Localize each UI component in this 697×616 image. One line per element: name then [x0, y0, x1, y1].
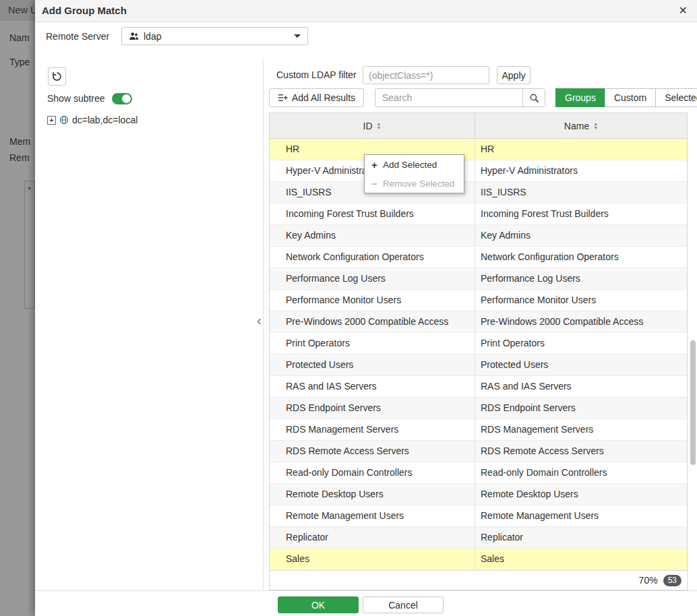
- cancel-button[interactable]: Cancel: [363, 596, 444, 613]
- row-id-cell[interactable]: Sales: [270, 549, 475, 569]
- table-row[interactable]: Network Configuration OperatorsNetwork C…: [270, 247, 687, 268]
- add-group-match-dialog: Add Group Match ✕ Remote Server ldap: [35, 0, 697, 616]
- table-row[interactable]: RAS and IAS ServersRAS and IAS Servers: [270, 376, 687, 398]
- table-header: ID ▲▼ Name ▲▼: [269, 113, 688, 139]
- refresh-button[interactable]: [48, 67, 66, 86]
- row-name-cell[interactable]: RDS Management Servers: [475, 419, 687, 440]
- row-id-cell[interactable]: RDS Endpoint Servers: [270, 398, 475, 419]
- table-footer: 70% 53: [269, 570, 688, 590]
- table-row[interactable]: IIS_IUSRSIIS_IUSRS: [270, 182, 687, 204]
- add-all-results-label: Add All Results: [292, 92, 355, 103]
- row-name-cell[interactable]: Performance Log Users: [475, 268, 687, 289]
- row-id-cell[interactable]: Key Admins: [270, 225, 475, 246]
- row-name-cell[interactable]: Replicator: [475, 527, 687, 548]
- close-icon[interactable]: ✕: [679, 4, 688, 18]
- column-header-name-label: Name: [564, 121, 589, 131]
- row-name-cell[interactable]: HR: [475, 139, 687, 160]
- row-name-cell[interactable]: RDS Remote Access Servers: [475, 441, 687, 462]
- tab-custom[interactable]: Custom: [605, 88, 656, 107]
- chevron-down-icon: [294, 34, 301, 38]
- table-row[interactable]: RDS Management ServersRDS Management Ser…: [270, 419, 687, 441]
- search-box: [375, 88, 545, 107]
- show-subtree-toggle[interactable]: [112, 93, 132, 104]
- sort-icon: ▲▼: [377, 122, 382, 130]
- search-button[interactable]: [522, 89, 545, 106]
- remote-server-select[interactable]: ldap: [121, 27, 308, 45]
- table-row[interactable]: Remote Management UsersRemote Management…: [270, 505, 687, 527]
- row-id-cell[interactable]: Incoming Forest Trust Builders: [270, 204, 475, 224]
- row-name-cell[interactable]: Key Admins: [475, 225, 687, 246]
- table-row[interactable]: Hyper-V AdministratorsHyper-V Administra…: [270, 160, 687, 182]
- search-input[interactable]: [375, 89, 522, 106]
- zoom-level: 70%: [639, 575, 658, 586]
- column-header-name[interactable]: Name ▲▼: [475, 113, 687, 138]
- ok-button[interactable]: OK: [278, 596, 359, 613]
- results-table: ID ▲▼ Name ▲▼ HRHRHyper-V Administrators…: [269, 113, 688, 590]
- row-name-cell[interactable]: Incoming Forest Trust Builders: [475, 204, 687, 224]
- table-row[interactable]: Performance Log UsersPerformance Log Use…: [270, 268, 687, 290]
- dialog-title: Add Group Match: [42, 5, 127, 16]
- row-id-cell[interactable]: Print Operators: [270, 333, 475, 354]
- row-id-cell[interactable]: Pre-Windows 2000 Compatible Access: [270, 311, 475, 332]
- row-name-cell[interactable]: Print Operators: [475, 333, 687, 354]
- row-name-cell[interactable]: Hyper-V Administrators: [475, 160, 687, 181]
- table-row[interactable]: Print OperatorsPrint Operators: [270, 333, 687, 355]
- row-name-cell[interactable]: Remote Management Users: [475, 505, 687, 526]
- row-name-cell[interactable]: Pre-Windows 2000 Compatible Access: [475, 311, 687, 332]
- scrollbar-thumb[interactable]: [690, 340, 696, 465]
- remove-selected-label: Remove Selected: [383, 179, 455, 189]
- table-row[interactable]: Read-only Domain ControllersRead-only Do…: [270, 462, 687, 484]
- table-row[interactable]: Remote Desktop UsersRemote Desktop Users: [270, 484, 687, 505]
- minus-icon: −: [371, 178, 378, 189]
- column-header-id-label: ID: [363, 121, 373, 131]
- row-id-cell[interactable]: Remote Management Users: [270, 505, 475, 526]
- row-name-cell[interactable]: Network Configuration Operators: [475, 247, 687, 268]
- ldap-filter-input[interactable]: [363, 66, 489, 84]
- apply-button[interactable]: Apply: [497, 66, 531, 84]
- remote-server-label: Remote Server: [46, 31, 109, 42]
- ldap-filter-label: Custom LDAP filter: [276, 69, 357, 80]
- table-row[interactable]: Key AdminsKey Admins: [270, 225, 687, 247]
- table-row[interactable]: Performance Monitor UsersPerformance Mon…: [270, 290, 687, 311]
- row-id-cell[interactable]: Read-only Domain Controllers: [270, 462, 475, 483]
- table-row[interactable]: RDS Remote Access ServersRDS Remote Acce…: [270, 441, 687, 462]
- collapse-panel-handle[interactable]: ‹: [257, 313, 262, 327]
- row-id-cell[interactable]: RDS Management Servers: [270, 419, 475, 440]
- table-row[interactable]: Protected UsersProtected Users: [270, 355, 687, 376]
- row-name-cell[interactable]: RDS Endpoint Servers: [475, 398, 687, 419]
- table-row[interactable]: Pre-Windows 2000 Compatible AccessPre-Wi…: [270, 311, 687, 333]
- row-name-cell[interactable]: IIS_IUSRS: [475, 182, 687, 203]
- add-all-results-button[interactable]: Add All Results: [269, 88, 364, 107]
- row-id-cell[interactable]: Network Configuration Operators: [270, 247, 475, 268]
- row-id-cell[interactable]: Replicator: [270, 527, 475, 548]
- row-id-cell[interactable]: Performance Log Users: [270, 268, 475, 289]
- row-id-cell[interactable]: Remote Desktop Users: [270, 484, 475, 505]
- table-row[interactable]: RDS Endpoint ServersRDS Endpoint Servers: [270, 398, 687, 419]
- row-id-cell[interactable]: Performance Monitor Users: [270, 290, 475, 311]
- row-name-cell[interactable]: Remote Desktop Users: [475, 484, 687, 505]
- row-id-cell[interactable]: Protected Users: [270, 355, 475, 375]
- row-name-cell[interactable]: Protected Users: [475, 355, 687, 375]
- table-row[interactable]: SalesSales: [270, 549, 687, 570]
- user-group-icon: [129, 32, 139, 40]
- table-row[interactable]: HRHR: [270, 139, 687, 160]
- table-row[interactable]: Incoming Forest Trust BuildersIncoming F…: [270, 204, 687, 225]
- results-tabs: Groups Custom Selected: [556, 88, 697, 107]
- expand-icon[interactable]: +: [47, 116, 56, 125]
- row-name-cell[interactable]: Performance Monitor Users: [475, 290, 687, 311]
- row-name-cell[interactable]: RAS and IAS Servers: [475, 376, 687, 397]
- tab-selected[interactable]: Selected: [655, 88, 697, 107]
- column-header-id[interactable]: ID ▲▼: [270, 113, 475, 138]
- row-name-cell[interactable]: Sales: [475, 549, 687, 569]
- dialog-header: Add Group Match ✕: [35, 0, 697, 22]
- table-row[interactable]: ReplicatorReplicator: [270, 527, 687, 549]
- tab-groups[interactable]: Groups: [555, 88, 605, 107]
- row-id-cell[interactable]: RDS Remote Access Servers: [270, 441, 475, 462]
- row-name-cell[interactable]: Read-only Domain Controllers: [475, 462, 687, 483]
- row-id-cell[interactable]: RAS and IAS Servers: [270, 376, 475, 397]
- context-menu-remove-selected: − Remove Selected: [365, 174, 464, 193]
- sort-icon: ▲▼: [593, 122, 598, 130]
- show-subtree-label: Show subtree: [47, 93, 105, 104]
- tree-node-root[interactable]: + dc=lab,dc=local: [47, 115, 138, 125]
- context-menu-add-selected[interactable]: + Add Selected: [365, 155, 464, 174]
